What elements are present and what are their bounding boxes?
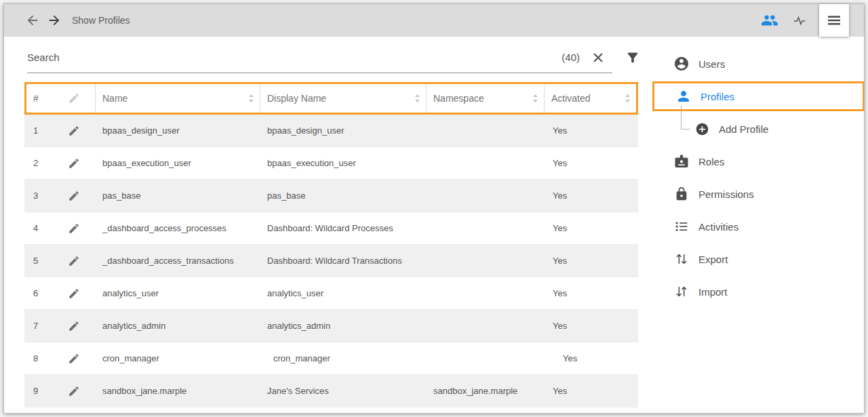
screen: Show Profiles (40 (0, 0, 868, 417)
sidebar-item-users[interactable]: Users (642, 47, 864, 80)
table-row[interactable]: 6 analytics_user analytics_user Yes (24, 277, 638, 310)
cell-edit (58, 342, 96, 374)
edit-pencil-icon[interactable] (67, 222, 81, 235)
table-row[interactable]: 3 pas_base pas_base Yes (24, 180, 638, 212)
cell-index: 1 (26, 115, 58, 146)
sidebar-item-label: Profiles (701, 91, 734, 102)
cell-namespace (427, 245, 545, 277)
filter-funnel-icon[interactable] (625, 49, 641, 66)
cell-name: bpaas_design_user (96, 115, 260, 146)
cell-display-name: Dashboard: Wildcard Transactions (260, 245, 427, 277)
sort-arrows-icon (532, 94, 538, 103)
column-header-display-name[interactable]: Display Name (260, 84, 427, 113)
cell-name: _dashboard_access_transactions (96, 245, 260, 277)
topbar-actions (760, 4, 864, 37)
cell-display-name: Dashboard: Wildcard Processes (260, 212, 427, 244)
cell-namespace (427, 310, 545, 342)
cell-edit (58, 277, 96, 309)
clear-search-icon[interactable] (591, 50, 606, 65)
cell-edit (58, 375, 96, 407)
table-row[interactable]: 2 bpaas_execution_user bpaas_execution_u… (24, 147, 638, 180)
sidebar-item-import[interactable]: Import (642, 275, 864, 308)
edit-pencil-icon[interactable] (67, 124, 81, 138)
column-header-label: Namespace (433, 93, 484, 104)
cell-index: 6 (26, 277, 58, 309)
cell-namespace: sandbox_jane.marple (427, 375, 545, 407)
cell-display-name: bpaas_design_user (260, 115, 427, 146)
edit-pencil-icon[interactable] (67, 319, 81, 333)
column-header-label: Activated (551, 93, 591, 104)
checklist-icon (673, 218, 690, 235)
table-row[interactable]: 1 bpaas_design_user bpaas_design_user Ye… (24, 115, 638, 147)
sort-arrows-icon (625, 94, 631, 103)
column-header-name[interactable]: Name (96, 84, 260, 113)
table-header-row: # Name (24, 82, 638, 115)
cell-name: analytics_user (96, 277, 260, 309)
edit-pencil-icon[interactable] (67, 157, 81, 170)
sidebar-item-add-profile[interactable]: Add Profile (642, 113, 864, 145)
import-icon (673, 283, 690, 300)
cell-display-name: bpaas_execution_user (260, 147, 427, 179)
sidebar-item-permissions[interactable]: Permissions (642, 178, 864, 210)
sidebar-item-label: Users (698, 58, 725, 70)
edit-pencil-icon (67, 92, 81, 105)
table-row[interactable]: 8 cron_manager cron_manager Yes (24, 342, 638, 375)
table-row[interactable]: 5 _dashboard_access_transactions Dashboa… (24, 245, 638, 277)
add-circle-icon (694, 121, 710, 137)
sort-arrows-icon (414, 94, 420, 103)
cell-namespace (427, 147, 545, 179)
cell-display-name: cron_manager (260, 342, 427, 374)
sidebar-item-roles[interactable]: Roles (642, 145, 864, 178)
cell-index: 9 (26, 375, 58, 407)
cell-namespace (427, 342, 545, 374)
edit-pencil-icon[interactable] (67, 254, 81, 268)
column-header-label: Display Name (267, 93, 326, 104)
sidebar-item-export[interactable]: Export (642, 243, 864, 275)
cell-index: 3 (26, 180, 58, 212)
cell-edit (58, 115, 96, 146)
sidebar-item-label: Roles (698, 156, 724, 167)
cell-activated: Yes (545, 147, 636, 179)
activity-pulse-icon[interactable] (789, 10, 810, 31)
column-header-namespace[interactable]: Namespace (427, 84, 545, 113)
lock-icon (673, 186, 690, 202)
cell-display-name: analytics_user (260, 277, 427, 309)
cell-name: pas_base (96, 180, 260, 212)
menu-icon[interactable] (819, 4, 849, 37)
search-input[interactable] (27, 52, 561, 63)
table-row[interactable]: 7 analytics_admin analytics_admin Yes (24, 310, 638, 342)
sort-arrows-icon (248, 94, 254, 103)
cell-name: cron_manager (96, 342, 260, 374)
back-arrow-icon[interactable] (24, 12, 41, 28)
edit-pencil-icon[interactable] (67, 384, 81, 398)
main-panel: (40) # (4, 37, 642, 413)
sidebar-item-label: Add Profile (719, 123, 768, 135)
search-bar: (40) (27, 42, 641, 73)
edit-pencil-icon[interactable] (67, 352, 81, 365)
column-header-activated[interactable]: Activated (545, 84, 636, 113)
cell-name: analytics_admin (96, 310, 260, 342)
table-row[interactable]: 9 sandbox_jane.marple Jane's Services sa… (24, 375, 638, 408)
cell-edit (58, 180, 96, 212)
sidebar-item-label: Permissions (698, 188, 754, 200)
cell-edit (58, 147, 96, 179)
column-header-label: Name (102, 93, 127, 104)
edit-pencil-icon[interactable] (67, 189, 81, 203)
cell-edit (58, 245, 96, 277)
sidebar: Users Profiles Add Profile (642, 37, 864, 413)
sidebar-item-label: Import (698, 286, 728, 298)
sidebar-item-label: Activities (698, 221, 738, 233)
edit-pencil-icon[interactable] (67, 287, 81, 300)
cell-display-name: Jane's Services (260, 375, 427, 407)
cell-index: 4 (26, 212, 58, 244)
sidebar-item-activities[interactable]: Activities (642, 210, 864, 243)
cell-index: 2 (26, 147, 58, 179)
cell-display-name: analytics_admin (260, 310, 427, 342)
users-group-icon[interactable] (760, 10, 780, 31)
forward-arrow-icon[interactable] (46, 12, 62, 28)
account-circle-icon (673, 56, 690, 72)
table-row[interactable]: 4 _dashboard_access_processes Dashboard:… (24, 212, 638, 245)
topbar: Show Profiles (4, 4, 864, 37)
cell-edit (58, 310, 96, 342)
result-count: (40) (561, 52, 580, 63)
